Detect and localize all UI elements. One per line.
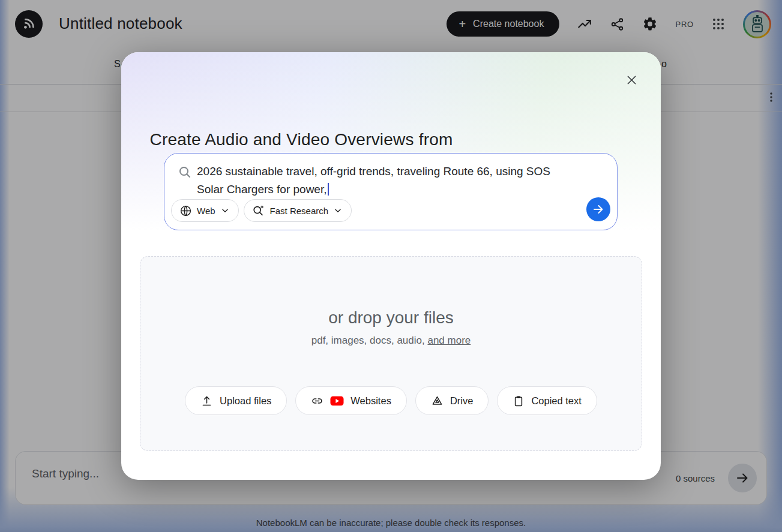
search-icon [178, 165, 192, 179]
source-scope-label: Web [197, 206, 215, 216]
chevron-down-icon [220, 206, 230, 215]
text-cursor [328, 183, 329, 196]
drive-icon [431, 395, 444, 407]
upload-files-label: Upload files [220, 395, 271, 407]
research-query-input[interactable]: 2026 sustainable travel, off-grid trends… [164, 153, 618, 230]
websites-button[interactable]: Websites [295, 386, 407, 415]
create-overview-dialog: Create Audio and Video Overviews from yo… [121, 52, 661, 480]
submit-query-button[interactable] [586, 197, 610, 221]
source-scope-dropdown[interactable]: Web [171, 199, 239, 222]
copied-text-label: Copied text [531, 395, 581, 407]
drive-button[interactable]: Drive [415, 386, 489, 415]
query-text: 2026 sustainable travel, off-grid trends… [197, 163, 603, 199]
query-text-line1: 2026 sustainable travel, off-grid trends… [197, 165, 550, 178]
formats-text: pdf, images, docs, audio, [311, 335, 428, 346]
source-buttons-row: Upload files Websites [140, 386, 642, 415]
close-icon [625, 74, 638, 86]
copied-text-button[interactable]: Copied text [497, 386, 597, 415]
globe-icon [179, 205, 192, 217]
websites-label: Websites [350, 395, 391, 407]
link-icon [311, 395, 323, 407]
chevron-down-icon [333, 206, 343, 215]
research-mode-label: Fast Research [270, 206, 329, 216]
query-option-chips: Web Fast Research [171, 199, 352, 222]
clipboard-icon [513, 395, 525, 407]
youtube-icon [330, 396, 344, 406]
drive-label: Drive [450, 395, 474, 407]
close-dialog-button[interactable] [623, 71, 640, 89]
and-more-link[interactable]: and more [427, 335, 471, 346]
query-text-line2: Solar Chargers for power, [197, 183, 327, 196]
upload-icon [200, 395, 213, 407]
dialog-title-line1: Create Audio and Video Overviews from [150, 130, 453, 149]
dropzone-formats: pdf, images, docs, audio, and more [140, 335, 642, 347]
file-drop-zone[interactable]: or drop your files pdf, images, docs, au… [140, 256, 642, 451]
arrow-right-icon [592, 203, 605, 216]
upload-files-button[interactable]: Upload files [185, 386, 287, 415]
dropzone-heading: or drop your files [140, 308, 642, 327]
research-mode-dropdown[interactable]: Fast Research [244, 199, 352, 222]
search-sparkle-icon [252, 204, 265, 217]
notebooklm-screen: Untitled notebook + Create notebook [0, 0, 782, 532]
